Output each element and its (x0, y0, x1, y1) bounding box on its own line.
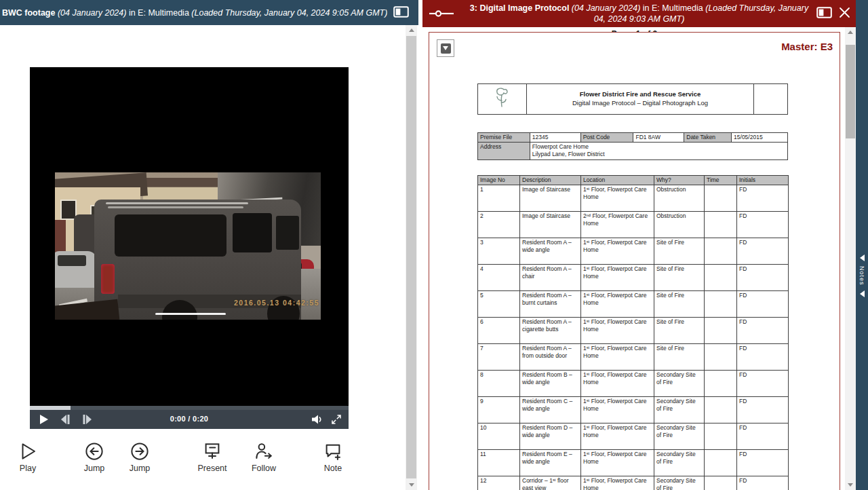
scroll-up-arrow[interactable] (406, 25, 417, 35)
log-col-header: Description (520, 176, 581, 185)
log-cell: FD (737, 185, 789, 212)
video-frame[interactable]: 2016.05.13 04:42:55 (55, 172, 321, 320)
log-cell: 5 (478, 291, 520, 318)
left-title-text: BWC footage (2, 8, 55, 18)
video-roof-rail (106, 202, 248, 204)
log-cell: FD (737, 371, 789, 397)
log-cell (705, 476, 737, 490)
premise-file-label: Premise File (478, 133, 530, 143)
note-label: Note (311, 464, 355, 473)
right-panel-header: 3: Digital Image Protocol (04 January 20… (422, 0, 856, 27)
log-col-header: Time (705, 176, 737, 185)
play-button[interactable]: Play (6, 441, 50, 473)
log-table-row: 9Resident Room C – wide angle1ˢᵗ Floor, … (478, 397, 789, 423)
left-scrollbar-thumb[interactable] (406, 36, 416, 478)
log-cell: FD (737, 344, 789, 371)
jump-back-button[interactable]: Jump (73, 441, 116, 473)
log-cell: Secondary Site of Fire (654, 397, 705, 423)
note-button[interactable]: Note (311, 441, 355, 473)
side-tab-label: Notes (859, 266, 865, 286)
right-title-text: 3: Digital Image Protocol (470, 3, 570, 13)
jump-back-label: Jump (73, 464, 116, 473)
log-cell: Site of Fire (654, 238, 705, 265)
log-cell: Resident Room D – wide angle (520, 423, 581, 450)
video-white-line (155, 313, 226, 315)
left-title-folder: E: Multimedia (138, 8, 189, 18)
filter-icon (441, 43, 451, 54)
log-cell: 12 (478, 476, 520, 490)
log-cell (705, 423, 737, 450)
log-cell: Secondary Site of Fire (654, 450, 705, 476)
log-cell: Site of Fire (654, 318, 705, 344)
filter-button[interactable] (437, 39, 454, 57)
log-cell (705, 238, 737, 265)
volume-icon[interactable] (312, 415, 323, 427)
log-cell (705, 291, 737, 318)
left-title-loaded: (Loaded Thursday, January 04, 2024 9:05 … (191, 8, 387, 18)
date-taken-value: 15/05/2015 (732, 133, 788, 143)
video-truck-window (115, 214, 226, 257)
log-cell (705, 265, 737, 291)
log-cell: Obstruction (654, 212, 705, 238)
follow-button[interactable]: Follow (242, 441, 285, 473)
address-line1: Flowerpot Care Home (532, 143, 785, 151)
org-logo-cell (478, 84, 527, 115)
log-cell: 1ˢᵗ Floor, Flowerpot Care Home (581, 423, 654, 450)
log-cell: Secondary Site of Fire (654, 371, 705, 397)
log-cell: Site of Fire (654, 344, 705, 371)
log-cell: FD (737, 291, 789, 318)
right-title-in: in (643, 3, 650, 13)
log-table-row: 1Image of Staircase1ˢᵗ Floor, Flowerpot … (478, 185, 789, 212)
log-cell (705, 318, 737, 344)
log-cell: FD (737, 265, 789, 291)
log-cell: Image of Staircase (520, 185, 581, 212)
panel-layout-icon[interactable] (816, 7, 832, 20)
video-player[interactable]: 2016.05.13 04:42:55 0:00 / 0:20 (30, 67, 349, 429)
video-roof-rail (108, 206, 243, 208)
fullscreen-icon[interactable] (332, 415, 341, 427)
present-button[interactable]: Present (191, 441, 234, 473)
log-cell (705, 397, 737, 423)
log-cell: FD (737, 450, 789, 476)
log-cell: Site of Fire (654, 291, 705, 318)
log-cell: FD (737, 423, 789, 450)
video-timestamp-overlay: 2016.05.13 04:42:55 (234, 299, 319, 307)
right-scrollbar-thumb[interactable] (846, 45, 855, 138)
left-scrollbar[interactable] (406, 25, 417, 490)
master-label: Master: E3 (781, 41, 833, 52)
log-cell (705, 212, 737, 238)
panel-layout-icon[interactable] (393, 6, 409, 20)
scroll-down-arrow[interactable] (845, 480, 856, 490)
jump-forward-button[interactable]: Jump (118, 441, 161, 473)
log-cell: 11 (478, 450, 520, 476)
log-cell: 1ˢᵗ Floor, Flowerpot Care Home (581, 265, 654, 291)
post-code-value: FD1 8AW (633, 133, 684, 143)
evidence-link-icon[interactable] (429, 9, 454, 20)
notes-side-tab[interactable]: Notes (856, 255, 868, 297)
log-cell: Corridor – 1ˢᵗ floor east view (520, 476, 581, 490)
video-taillight (101, 264, 115, 294)
close-icon[interactable] (839, 7, 850, 20)
log-cell: Resident Room A – cigarette butts (520, 318, 581, 344)
log-cell (705, 371, 737, 397)
video-truck-front-window (276, 216, 299, 250)
date-taken-label: Date Taken (684, 133, 732, 143)
log-cell: Resident Room A – from outside door (520, 344, 581, 371)
log-cell: FD (737, 238, 789, 265)
log-cell: Resident Room C – wide angle (520, 397, 581, 423)
right-scrollbar[interactable] (845, 27, 856, 490)
post-code-label: Post Code (580, 133, 633, 143)
play-button-label: Play (6, 464, 50, 473)
right-side-strip: Notes (856, 0, 868, 490)
log-cell: 7 (478, 344, 520, 371)
log-cell (705, 450, 737, 476)
log-cell: 6 (478, 318, 520, 344)
scroll-up-arrow[interactable] (845, 27, 856, 37)
log-table-row: 8Resident Room B – wide angle1ˢᵗ Floor, … (478, 371, 789, 397)
log-cell (705, 344, 737, 371)
scroll-down-arrow[interactable] (406, 480, 417, 490)
org-subtitle: Digital Image Protocol – Digital Photogr… (529, 99, 751, 108)
video-controls-bar: 0:00 / 0:20 (30, 410, 349, 429)
log-table-row: 4Resident Room A – chair1ˢᵗ Floor, Flowe… (478, 265, 789, 291)
org-name: Flower District Fire and Rescue Service (529, 90, 751, 99)
